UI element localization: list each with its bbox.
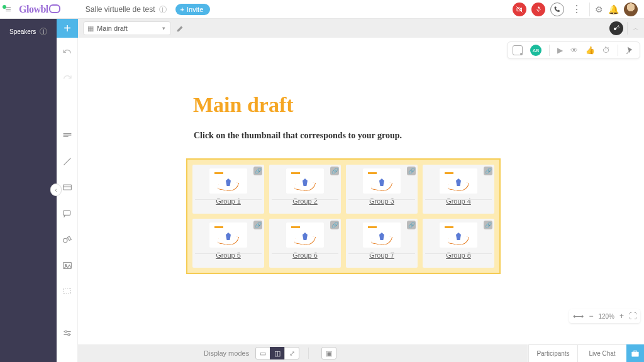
- add-button[interactable]: +: [57, 19, 78, 38]
- group-label: Group 1: [216, 197, 241, 205]
- display-modes-label: Display modes: [204, 349, 249, 357]
- cursor-icon[interactable]: [626, 46, 635, 55]
- collapse-icon[interactable]: ︿: [627, 22, 639, 35]
- canvas-panel: AB ▶ 👁 👍 ⏱: [507, 41, 640, 59]
- group-label: Group 8: [446, 251, 471, 259]
- link-icon: 🔗: [253, 221, 262, 229]
- canvas[interactable]: Main draft Click on the thumbnail that c…: [78, 38, 644, 344]
- card-tool-icon[interactable]: [62, 183, 73, 192]
- group-thumbnail: [286, 168, 324, 194]
- info-icon[interactable]: i: [159, 6, 167, 13]
- fullscreen-icon[interactable]: ⛶: [629, 312, 636, 321]
- apps-button[interactable]: [626, 344, 644, 362]
- group-label: Group 5: [216, 251, 241, 259]
- group-card[interactable]: 🔗Group 2: [269, 165, 341, 214]
- group-label: Group 4: [446, 197, 471, 205]
- group-card[interactable]: 🔗Group 3: [346, 165, 418, 214]
- timer-icon[interactable]: ⏱: [602, 46, 610, 55]
- divider: [272, 253, 338, 254]
- participants-tab[interactable]: Participants: [528, 344, 577, 362]
- group-card[interactable]: 🔗Group 1: [192, 165, 264, 214]
- link-icon: 🔗: [407, 221, 416, 229]
- tab-bar: + ▦ Main draft ▾ ︿: [57, 19, 644, 38]
- play-icon[interactable]: ▶: [557, 46, 563, 55]
- pencil-icon[interactable]: [176, 24, 185, 33]
- tab-doc-icon: ▦: [87, 25, 94, 33]
- speakers-info-icon[interactable]: i: [40, 28, 47, 35]
- group-thumbnail: [363, 222, 401, 248]
- logo-text: Glowbl: [19, 4, 48, 15]
- group-card[interactable]: 🔗Group 8: [423, 219, 494, 268]
- camera-off-button[interactable]: [513, 3, 526, 16]
- svg-rect-11: [64, 288, 71, 294]
- group-card[interactable]: 🔗Group 7: [346, 219, 418, 268]
- more-vert-icon[interactable]: ⋮: [569, 3, 584, 15]
- svg-rect-7: [63, 211, 70, 215]
- right-bottom-tabs: Participants Live Chat: [528, 344, 644, 362]
- divider: [195, 253, 262, 254]
- tab-main-draft[interactable]: ▦ Main draft ▾: [83, 21, 171, 35]
- frame-tool-icon[interactable]: [62, 287, 73, 296]
- speakers-label: Speakers i: [0, 19, 57, 35]
- chat-tool-icon[interactable]: [62, 209, 73, 218]
- mode-group-1: ▭ ◫ ⤢: [255, 347, 299, 359]
- zoom-out-icon[interactable]: −: [589, 312, 593, 321]
- top-header: ≡ Glowbl Salle virtuelle de test i Invit…: [0, 0, 644, 19]
- thumbs-up-icon[interactable]: 👍: [586, 46, 595, 55]
- group-thumbnail: [209, 168, 247, 194]
- group-thumbnail: [363, 168, 401, 194]
- user-badge[interactable]: AB: [530, 45, 541, 56]
- svg-rect-17: [631, 351, 638, 356]
- gear-icon[interactable]: ⚙: [595, 4, 603, 14]
- group-thumbnail: [286, 222, 324, 248]
- group-label: Group 7: [369, 251, 394, 259]
- pen-tool-icon[interactable]: [62, 156, 73, 167]
- group-card[interactable]: 🔗Group 6: [269, 219, 341, 268]
- logo[interactable]: Glowbl: [19, 3, 60, 16]
- fit-width-icon[interactable]: ⟷: [573, 312, 584, 321]
- shapes-tool-icon[interactable]: [62, 234, 73, 244]
- image-tool-icon[interactable]: [62, 260, 73, 270]
- group-label: Group 6: [292, 251, 318, 259]
- group-card[interactable]: 🔗Group 5: [192, 219, 264, 268]
- divider: [549, 45, 550, 56]
- invite-button[interactable]: Invite: [175, 4, 211, 15]
- divider: [618, 45, 618, 56]
- group-card[interactable]: 🔗Group 4: [423, 165, 494, 214]
- link-icon: 🔗: [253, 167, 262, 175]
- speakers-column: Speakers i: [0, 19, 57, 344]
- group-thumbnail: [440, 222, 477, 248]
- chevron-down-icon[interactable]: ▾: [162, 25, 165, 31]
- zoom-in-icon[interactable]: +: [619, 312, 624, 321]
- page-subtitle: Click on the thumbnail that corresponds …: [194, 131, 402, 141]
- redo-icon[interactable]: [62, 72, 73, 82]
- display-bar: Display modes ▭ ◫ ⤢ ▣: [78, 344, 528, 362]
- tab-bar-right: ︿: [609, 21, 644, 35]
- eye-icon[interactable]: 👁: [570, 46, 578, 55]
- mode-split[interactable]: ◫: [270, 347, 285, 359]
- link-icon: 🔗: [330, 167, 339, 175]
- mode-single[interactable]: ▭: [255, 347, 270, 359]
- menu-icon[interactable]: ≡: [0, 4, 16, 15]
- svg-point-8: [63, 238, 67, 242]
- svg-point-13: [65, 331, 67, 332]
- live-chat-tab[interactable]: Live Chat: [577, 344, 626, 362]
- avatar[interactable]: [624, 3, 638, 16]
- bell-icon[interactable]: 🔔: [608, 4, 619, 14]
- divider: [272, 199, 338, 200]
- mic-off-button[interactable]: [531, 3, 545, 16]
- page-title: Main draft: [193, 93, 294, 117]
- mode-focus[interactable]: ▣: [321, 347, 336, 359]
- undo-icon[interactable]: [62, 47, 73, 56]
- text-tool-icon[interactable]: [62, 131, 73, 140]
- divider: [195, 199, 262, 200]
- expand-handle[interactable]: ‹: [50, 184, 62, 196]
- phone-button[interactable]: [550, 3, 564, 16]
- key-icon[interactable]: [609, 21, 623, 35]
- mode-expand[interactable]: ⤢: [284, 347, 299, 359]
- link-icon: 🔗: [407, 167, 416, 175]
- settings-tool-icon[interactable]: [62, 329, 73, 338]
- divider: [308, 348, 309, 359]
- room-title: Salle virtuelle de test: [86, 5, 155, 14]
- select-area-icon[interactable]: [513, 45, 523, 55]
